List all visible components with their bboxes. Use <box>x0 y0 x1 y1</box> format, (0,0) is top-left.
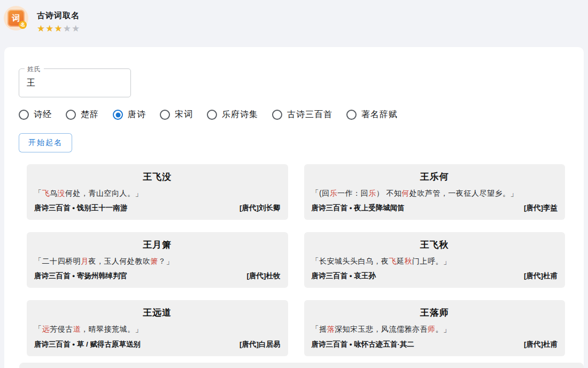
category-radio-5[interactable]: 古诗三百首 <box>272 109 332 120</box>
result-source: 唐诗三百首 • 草 / 赋得古原草送别 <box>34 340 141 349</box>
radio-circle-icon[interactable] <box>272 110 282 120</box>
result-card: 王飞秋「长安城头头白乌，夜飞延秋门上呼。」唐诗三百首 • 哀王孙[唐代]杜甫 <box>304 232 566 288</box>
quote-text: ） 不知 <box>376 189 402 197</box>
radio-circle-icon[interactable] <box>113 110 123 120</box>
quote-highlight-char: 何 <box>402 189 410 197</box>
quote-text: 「 <box>34 325 42 333</box>
radio-circle-icon[interactable] <box>19 110 29 120</box>
quote-text: ，晴翠接荒城。」 <box>81 325 143 333</box>
radio-circle-icon[interactable] <box>346 110 357 120</box>
results-grid: 王飞没「飞鸟没何处，青山空向人。」唐诗三百首 • 饯别王十一南游[唐代]刘长卿王… <box>27 164 565 356</box>
result-quote: 「飞鸟没何处，青山空向人。」 <box>34 188 281 198</box>
quote-text: 一作：回 <box>337 189 368 197</box>
quote-text: 「(回 <box>312 189 330 197</box>
quote-text: ？」 <box>158 257 174 265</box>
result-card: 王乐何「(回乐一作：回乐） 不知何处吹芦管，一夜征人尽望乡。」唐诗三百首 • 夜… <box>304 164 566 220</box>
result-name: 王月箫 <box>34 239 281 251</box>
result-author: [唐代]刘长卿 <box>239 203 281 213</box>
star-icon: ★ <box>45 24 54 34</box>
result-name: 王远道 <box>34 306 281 319</box>
quote-highlight-char: 乐 <box>368 189 376 197</box>
result-card: 王月箫「二十四桥明月夜，玉人何处教吹箫？」唐诗三百首 • 寄扬州韩绰判官[唐代]… <box>27 232 288 288</box>
next-result-card-partial <box>19 363 584 368</box>
category-radio-label: 诗经 <box>34 109 52 120</box>
result-source: 唐诗三百首 • 寄扬州韩绰判官 <box>34 271 127 281</box>
category-radio-6[interactable]: 著名辞赋 <box>346 109 398 120</box>
quote-text: 芳侵古 <box>50 325 73 333</box>
result-name: 王乐何 <box>312 171 558 183</box>
quote-text: 何处，青山空向人。」 <box>65 189 143 197</box>
category-radio-0[interactable]: 诗经 <box>19 109 52 120</box>
quote-highlight-char: 没 <box>58 189 66 197</box>
result-author: [唐代]李益 <box>524 203 558 213</box>
quote-highlight-char: 月 <box>81 257 89 265</box>
quote-text: 夜，玉人何处教吹 <box>89 257 151 265</box>
result-author: [唐代]杜甫 <box>524 340 558 349</box>
quote-text: 处吹芦管，一夜征人尽望乡。」 <box>409 189 518 197</box>
quote-text: 「 <box>34 189 42 197</box>
star-icon: ★ <box>55 24 63 34</box>
result-source: 唐诗三百首 • 哀王孙 <box>312 271 376 281</box>
quote-text: 门上呼。」 <box>412 257 451 265</box>
result-source: 唐诗三百首 • 咏怀古迹五首·其二 <box>312 340 414 349</box>
category-radio-label: 著名辞赋 <box>361 109 398 120</box>
category-radio-4[interactable]: 乐府诗集 <box>207 109 258 120</box>
quote-text: 鸟 <box>50 189 58 197</box>
star-icon: ★ <box>72 24 80 34</box>
rating-stars: ★★★★★ <box>37 24 80 33</box>
quote-highlight-char: 秋 <box>405 257 413 265</box>
star-icon: ★ <box>63 24 72 34</box>
result-name: 王落师 <box>312 306 558 319</box>
category-radio-label: 宋词 <box>175 109 193 120</box>
quote-highlight-char: 远 <box>42 325 50 333</box>
quote-highlight-char: 道 <box>73 325 81 333</box>
category-radio-group: 诗经楚辞唐诗宋词乐府诗集古诗三百首著名辞赋 <box>19 109 584 120</box>
quote-highlight-char: 箫 <box>151 257 159 265</box>
result-author: [唐代]白居易 <box>239 340 281 349</box>
category-radio-3[interactable]: 宋词 <box>160 109 193 120</box>
result-name: 王飞没 <box>34 171 281 183</box>
quote-highlight-char: 落 <box>327 325 335 333</box>
result-name: 王飞秋 <box>312 239 558 251</box>
category-radio-label: 古诗三百首 <box>287 109 332 120</box>
main-panel: 姓氏 诗经楚辞唐诗宋词乐府诗集古诗三百首著名辞赋 开始起名 王飞没「飞鸟没何处，… <box>4 47 584 368</box>
result-quote: 「(回乐一作：回乐） 不知何处吹芦管，一夜征人尽望乡。」 <box>312 188 558 198</box>
surname-field-label: 姓氏 <box>25 65 44 74</box>
category-radio-label: 唐诗 <box>128 109 146 120</box>
result-card: 王飞没「飞鸟没何处，青山空向人。」唐诗三百首 • 饯别王十一南游[唐代]刘长卿 <box>27 164 288 220</box>
category-radio-label: 乐府诗集 <box>222 109 258 120</box>
result-quote: 「远芳侵古道，晴翠接荒城。」 <box>34 324 281 334</box>
quote-highlight-char: 乐 <box>330 189 338 197</box>
result-quote: 「长安城头头白乌，夜飞延秋门上呼。」 <box>312 256 558 266</box>
quote-text: 「二十四桥明 <box>34 257 81 265</box>
quote-text: 延 <box>397 257 405 265</box>
quote-highlight-char: 飞 <box>42 189 50 197</box>
start-naming-button[interactable]: 开始起名 <box>19 133 72 152</box>
radio-circle-icon[interactable] <box>66 110 76 120</box>
result-author: [唐代]杜甫 <box>524 271 558 281</box>
radio-circle-icon[interactable] <box>207 110 217 120</box>
result-quote: 「二十四桥明月夜，玉人何处教吹箫？」 <box>34 256 281 266</box>
app-header: 词 名 古诗词取名 ★★★★★ <box>0 0 588 41</box>
category-radio-1[interactable]: 楚辞 <box>66 109 99 120</box>
quote-text: 「长安城头头白乌，夜 <box>312 257 389 265</box>
quote-text: 「摇 <box>312 325 327 333</box>
result-source: 唐诗三百首 • 夜上受降城闻笛 <box>312 203 405 213</box>
quote-text: 深知宋玉悲，风流儒雅亦吾 <box>335 325 428 333</box>
app-logo-badge-icon: 名 <box>19 21 27 29</box>
star-icon: ★ <box>37 24 45 34</box>
quote-highlight-char: 师 <box>428 325 436 333</box>
category-radio-2[interactable]: 唐诗 <box>113 109 146 120</box>
radio-circle-icon[interactable] <box>160 110 170 120</box>
surname-field[interactable]: 姓氏 <box>19 68 131 97</box>
result-author: [唐代]杜牧 <box>247 271 281 281</box>
result-card: 王落师「摇落深知宋玉悲，风流儒雅亦吾师。」唐诗三百首 • 咏怀古迹五首·其二[唐… <box>304 300 566 356</box>
category-radio-label: 楚辞 <box>81 109 99 120</box>
quote-highlight-char: 飞 <box>389 257 397 265</box>
result-quote: 「摇落深知宋玉悲，风流儒雅亦吾师。」 <box>312 324 558 334</box>
result-source: 唐诗三百首 • 饯别王十一南游 <box>34 203 127 213</box>
app-logo: 词 名 <box>4 6 28 30</box>
quote-text: 。」 <box>436 325 451 333</box>
result-card: 王远道「远芳侵古道，晴翠接荒城。」唐诗三百首 • 草 / 赋得古原草送别[唐代]… <box>27 300 288 356</box>
page-title: 古诗词取名 <box>37 11 80 21</box>
